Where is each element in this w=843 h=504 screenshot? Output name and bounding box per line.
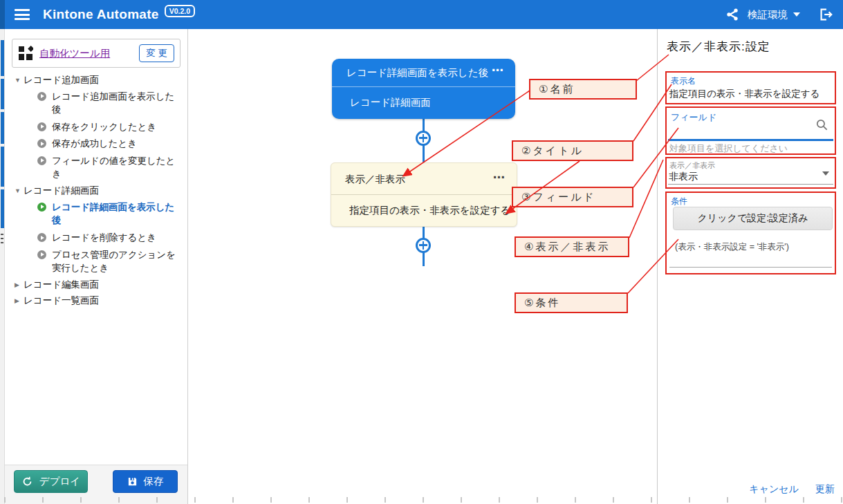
annotation-name: ①名前	[529, 79, 637, 100]
tree-expand-icon: ▼	[15, 77, 24, 84]
field-search-input[interactable]	[669, 124, 808, 136]
app-link[interactable]: 自動化ツール用	[39, 47, 139, 60]
node-menu-icon[interactable]: ⋯	[493, 170, 506, 185]
visibility-highlight-box: 表示／非表示 非表示	[665, 157, 836, 189]
tree-item[interactable]: 保存をクリックしたとき	[5, 118, 187, 136]
logout-icon[interactable]	[818, 7, 833, 22]
share-icon[interactable]	[725, 8, 739, 21]
sidebar-footer: デプロイ 保存	[5, 465, 187, 504]
deploy-button-label: デプロイ	[39, 475, 80, 488]
settings-panel: 表示／非表示:設定 表示名 指定項目の表示・非表示を設定する フィールド 対象項…	[657, 29, 843, 504]
annotation-condition: ⑤条件	[515, 292, 628, 313]
event-play-icon	[37, 122, 46, 131]
sidebar-minimap-strip	[0, 29, 5, 504]
app-card: 自動化ツール用 変 更	[12, 39, 180, 68]
app-title: Kintone Automate	[43, 7, 159, 22]
field-input-underline	[668, 139, 833, 141]
trigger-node-subtitle: レコード詳細画面	[332, 87, 515, 118]
app-icon	[18, 46, 33, 61]
event-play-icon	[37, 250, 46, 259]
tree-item-label: レコード追加画面を表示した後	[52, 90, 183, 117]
tree-collapse-icon: ▶	[15, 281, 24, 288]
condition-expression: (表示・非表示設定 = '非表示')	[675, 241, 789, 253]
event-tree: ▼ レコード追加画面 レコード追加画面を表示した後 保存をクリックしたとき 保存…	[5, 72, 187, 308]
save-button[interactable]: 保存	[113, 470, 178, 493]
app-header: Kintone Automate V0.2.0 検証環境	[0, 0, 843, 29]
visibility-underline	[668, 184, 833, 185]
change-app-button[interactable]: 変 更	[139, 44, 174, 62]
flow-canvas: レコード詳細画面を表示した後 ⋯ レコード詳細画面 表示／非表示 ⋯ 指定項目の…	[188, 29, 657, 504]
display-name-highlight-box: 表示名 指定項目の表示・非表示を設定する	[665, 71, 836, 104]
action-node-title: 表示／非表示	[331, 163, 517, 195]
tree-group-label: レコード追加画面	[24, 74, 99, 86]
refresh-icon	[21, 476, 33, 487]
action-node[interactable]: 表示／非表示 ⋯ 指定項目の表示・非表示を設定する	[331, 162, 517, 227]
save-button-label: 保存	[144, 475, 164, 488]
field-helper-text: 対象項目を選択してください	[669, 142, 788, 155]
event-play-icon	[37, 156, 46, 165]
annotation-field: ③フィールド	[512, 187, 633, 207]
event-play-icon-active	[37, 203, 46, 212]
version-badge: V0.2.0	[165, 5, 195, 17]
tree-item-selected[interactable]: レコード詳細画面を表示した後	[5, 198, 187, 229]
panel-title: 表示／非表示:設定	[667, 39, 770, 55]
display-name-value[interactable]: 指定項目の表示・非表示を設定する	[669, 88, 819, 100]
condition-set-button[interactable]: クリックで設定:設定済み	[673, 207, 833, 230]
floppy-disk-icon	[127, 476, 138, 487]
annotation-title: ②タイトル	[512, 140, 633, 161]
select-caret-icon[interactable]	[822, 171, 829, 176]
deploy-button[interactable]: デプロイ	[14, 470, 88, 493]
environment-caret-icon[interactable]	[793, 12, 800, 17]
tree-collapse-icon: ▶	[15, 297, 24, 304]
condition-label: 条件	[671, 196, 687, 207]
visibility-select-value[interactable]: 非表示	[669, 171, 698, 183]
tree-item[interactable]: プロセス管理のアクションを実行したとき	[5, 246, 187, 277]
field-highlight-box: フィールド 対象項目を選択してください	[665, 106, 836, 155]
event-play-icon	[37, 92, 46, 101]
tree-group-label: レコード詳細画面	[24, 185, 99, 197]
cancel-button[interactable]: キャンセル	[749, 483, 799, 496]
header-edge-strip	[0, 0, 5, 29]
sidebar: 自動化ツール用 変 更 ▼ レコード追加画面 レコード追加画面を表示した後 保存…	[5, 29, 188, 504]
tree-item-label: 保存をクリックしたとき	[52, 120, 156, 134]
condition-underline	[669, 267, 832, 268]
tree-item-label: レコードを削除するとき	[52, 231, 156, 245]
environment-label[interactable]: 検証環境	[748, 8, 788, 21]
add-step-button[interactable]	[416, 131, 431, 146]
add-step-button[interactable]	[416, 238, 431, 253]
event-play-icon	[37, 139, 46, 148]
event-play-icon	[37, 233, 46, 242]
tree-item-label: プロセス管理のアクションを実行したとき	[52, 248, 183, 275]
tree-group-label: レコード編集画面	[24, 279, 99, 291]
tree-group-record-add[interactable]: ▼ レコード追加画面	[5, 72, 187, 88]
hamburger-menu-icon[interactable]	[15, 9, 30, 20]
action-node-subtitle: 指定項目の表示・非表示を設定する	[331, 195, 517, 226]
tree-group-record-list[interactable]: ▶ レコード一覧画面	[5, 292, 187, 308]
tree-group-record-edit[interactable]: ▶ レコード編集画面	[5, 277, 187, 292]
trigger-node[interactable]: レコード詳細画面を表示した後 ⋯ レコード詳細画面	[332, 59, 515, 119]
display-name-label: 表示名	[671, 75, 696, 87]
search-icon[interactable]	[815, 118, 828, 131]
tree-item[interactable]: レコードを削除するとき	[5, 230, 187, 247]
tree-item[interactable]: レコード追加画面を表示した後	[5, 88, 187, 118]
tree-group-record-detail[interactable]: ▼ レコード詳細画面	[5, 183, 187, 198]
trigger-node-title: レコード詳細画面を表示した後	[332, 59, 515, 87]
tree-expand-icon: ▼	[15, 187, 24, 194]
condition-highlight-box: 条件 クリックで設定:設定済み (表示・非表示設定 = '非表示')	[665, 192, 836, 274]
field-label: フィールド	[671, 111, 716, 124]
tree-item[interactable]: フィールドの値を変更したとき	[5, 152, 187, 183]
node-menu-icon[interactable]: ⋯	[492, 63, 504, 77]
kintone-automate-app: Kintone Automate V0.2.0 検証環境 自動化ツ	[0, 0, 843, 504]
tree-group-label: レコード一覧画面	[24, 295, 99, 307]
tree-item-label: 保存が成功したとき	[52, 137, 137, 151]
annotation-visibility: ④表示／非表示	[515, 236, 629, 257]
update-button[interactable]: 更新	[815, 483, 835, 496]
tree-item-label: フィールドの値を変更したとき	[52, 154, 183, 181]
tree-item[interactable]: 保存が成功したとき	[5, 136, 187, 153]
tree-item-label: レコード詳細画面を表示した後	[52, 200, 183, 227]
visibility-label: 表示／非表示	[669, 160, 715, 171]
